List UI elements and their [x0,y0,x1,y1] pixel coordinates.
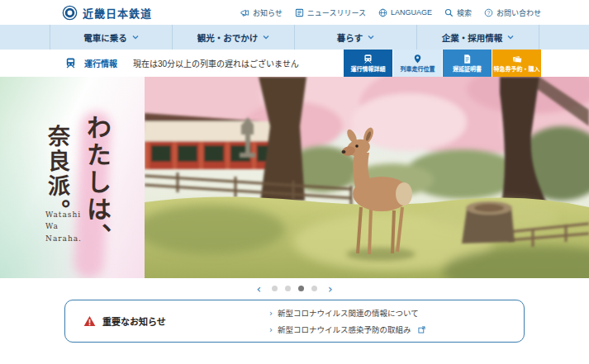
utility-link-label: お問い合わせ [496,7,541,18]
utility-link-label: 検索 [457,7,472,18]
carousel-next-button[interactable]: › [325,283,336,295]
svg-text:?: ? [487,9,491,15]
nav-item-label: 電車に乗る [83,31,127,44]
service-status-info[interactable]: 運行情報 現在は30分以上の列車の遅れはございません [64,57,299,69]
romaji-line: Naraha. [45,233,82,244]
nav-item-corporate[interactable]: 企業・採用情報 [416,25,539,50]
hero-headline-right-column: わたしは、 [78,115,115,251]
external-link-icon [418,326,425,333]
map-pin-icon [412,54,423,64]
status-label: 運行情報 [84,57,117,69]
utility-link-label: お知らせ [253,7,283,18]
site-logo-text: 近畿日本鉄道 [83,5,152,21]
status-message: 現在は30分以上の列車の遅れはございません [133,57,299,69]
search-icon [444,8,454,17]
main-nav: 電車に乗る 観光・おでかけ 暮らす 企業・採用情報 [0,25,589,50]
carousel-dots [272,286,317,291]
site-header: 近畿日本鉄道 お知らせ ニュースリリース LANGUAGE 検索 ? お問い合わ… [0,0,589,25]
notice-link-covid-info[interactable]: › 新型コロナウイルス関連の情報について [269,307,425,319]
notice-title-wrap: 重要なお知らせ [83,314,269,328]
notice-title: 重要なお知らせ [102,314,166,328]
quick-button-label: 遅延証明書 [453,66,482,73]
notice-link-covid-prevention[interactable]: › 新型コロナウイルス感染予防の取組み [269,324,425,335]
kintetsu-logo-icon [62,5,78,21]
carousel-dot-2[interactable] [298,286,304,291]
chevron-down-icon [263,35,269,40]
notice-section: 重要なお知らせ › 新型コロナウイルス関連の情報について › 新型コロナウイルス… [0,300,589,364]
deer-cherry-blossom-illustration [145,77,589,278]
megaphone-icon [240,8,249,17]
nav-item-label: 企業・採用情報 [442,31,503,44]
quick-button-label: 特急券予約・購入 [494,66,540,73]
romaji-line: Watashi [45,209,82,220]
carousel-dot-3[interactable] [311,286,317,291]
quick-button-label: 列車走行位置 [401,66,435,73]
utility-link-search[interactable]: 検索 [444,7,472,18]
utility-link-label: ニュースリリース [307,7,366,18]
carousel-dot-1[interactable] [285,286,291,291]
globe-icon [378,8,387,17]
utility-link-contact[interactable]: ? お問い合わせ [484,7,541,18]
nav-item-ride[interactable]: 電車に乗る [50,25,172,50]
hero-carousel-slide: わたしは、 奈良派。 Watashi Wa Naraha. [0,77,589,278]
carousel-prev-button[interactable]: ‹ [253,283,264,295]
quick-button-label: 運行情報詳細 [351,66,386,73]
train-icon [64,57,77,69]
romaji-line: Wa [45,220,82,232]
nav-item-label: 観光・おでかけ [197,31,259,44]
utility-link-news[interactable]: ニュースリリース [295,7,366,18]
carousel-dot-0[interactable] [272,286,278,291]
chevron-down-icon [507,35,514,40]
notice-links: › 新型コロナウイルス関連の情報について › 新型コロナウイルス感染予防の取組み [269,307,425,335]
button-train-position[interactable]: 列車走行位置 [393,50,442,77]
important-notice-box: 重要なお知らせ › 新型コロナウイルス関連の情報について › 新型コロナウイルス… [64,300,525,343]
warning-icon [83,315,96,327]
quick-buttons: 運行情報詳細 列車走行位置 遅延証明書 [344,50,541,77]
carousel-controls: ‹ › [0,278,589,299]
document-icon [462,54,473,64]
nav-item-living[interactable]: 暮らす [294,25,416,50]
hero-text-panel: わたしは、 奈良派。 Watashi Wa Naraha. [0,77,145,278]
utility-nav: お知らせ ニュースリリース LANGUAGE 検索 ? お問い合わせ [240,7,541,18]
notice-link-label: 新型コロナウイルス関連の情報について [278,307,419,319]
button-ticket-purchase[interactable]: 特急券予約・購入 [492,50,541,77]
chevron-right-icon: › [269,309,273,318]
button-service-status-detail[interactable]: 運行情報詳細 [344,50,392,77]
utility-link-label: LANGUAGE [391,8,432,17]
button-delay-certificate[interactable]: 遅延証明書 [443,50,492,77]
utility-link-notices[interactable]: お知らせ [240,7,283,18]
hero-romaji-caption: Watashi Wa Naraha. [45,209,82,244]
kintetsu-homepage: 近畿日本鉄道 お知らせ ニュースリリース LANGUAGE 検索 ? お問い合わ… [0,0,589,364]
utility-link-language[interactable]: LANGUAGE [378,8,432,17]
nav-item-label: 暮らす [337,31,363,44]
chevron-right-icon: › [269,325,273,334]
chevron-down-icon [132,35,139,40]
notice-link-label: 新型コロナウイルス感染予防の取組み [278,324,411,335]
nav-item-sightseeing[interactable]: 観光・おでかけ [172,25,294,50]
question-icon: ? [484,8,493,17]
site-logo[interactable]: 近畿日本鉄道 [62,5,152,21]
chevron-down-icon [368,35,374,40]
train-icon [363,54,373,64]
ticket-icon [511,54,523,64]
service-status-bar: 運行情報 現在は30分以上の列車の遅れはございません 運行情報詳細 [0,50,589,77]
hero-photo-nara-deer[interactable] [145,77,589,278]
news-icon [295,8,304,17]
